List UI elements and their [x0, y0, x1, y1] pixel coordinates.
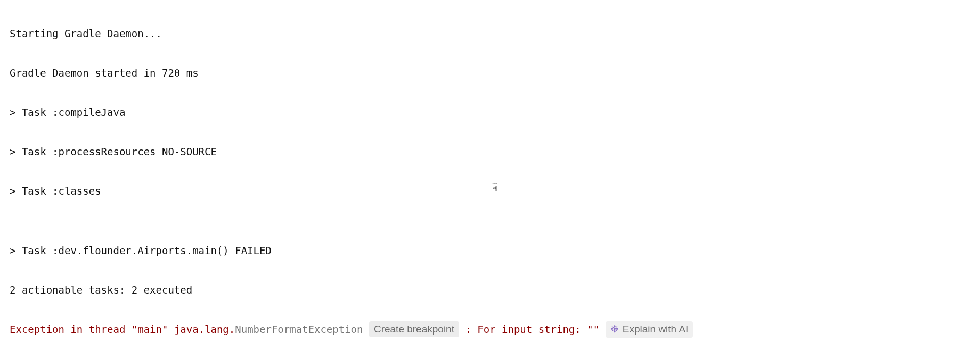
log-line: Starting Gradle Daemon... — [10, 24, 970, 44]
create-breakpoint-button[interactable]: Create breakpoint — [369, 321, 459, 338]
log-line: 2 actionable tasks: 2 executed — [10, 280, 970, 300]
console-output: Starting Gradle Daemon... Gradle Daemon … — [0, 0, 980, 350]
log-line: > Task :classes — [10, 181, 970, 201]
exception-line: Exception in thread "main" java.lang.Num… — [10, 320, 970, 339]
log-line: > Task :dev.flounder.Airports.main() FAI… — [10, 241, 970, 261]
log-line: > Task :compileJava — [10, 103, 970, 122]
log-line: Gradle Daemon started in 720 ms — [10, 63, 970, 83]
explain-with-ai-button[interactable]: ❉ Explain with AI — [606, 321, 693, 338]
exception-prefix: Exception in thread "main" java.lang. — [10, 323, 235, 335]
exception-message: : For input string: "" — [459, 323, 606, 335]
exception-class-link[interactable]: NumberFormatException — [235, 323, 363, 335]
explain-with-ai-label: Explain with AI — [623, 323, 689, 335]
log-line: > Task :processResources NO-SOURCE — [10, 142, 970, 162]
ai-icon: ❉ — [610, 323, 619, 335]
